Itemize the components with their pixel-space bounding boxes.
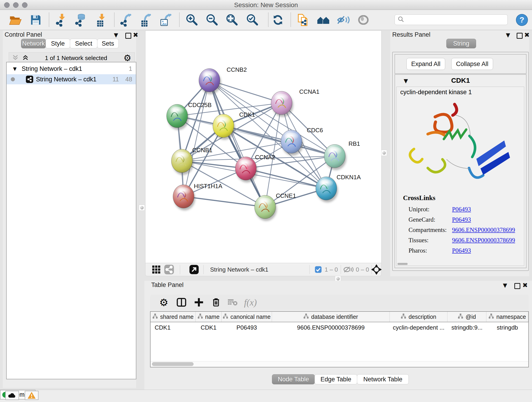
network-node-CCNE1[interactable]: CCNE1	[254, 192, 296, 221]
expand-all-networks-icon[interactable]	[22, 54, 29, 62]
float-panel-icon[interactable]	[125, 33, 131, 39]
zoom-selected-icon[interactable]	[245, 13, 260, 27]
left-splitter-handle[interactable]	[139, 205, 145, 211]
network-node-CCNA2[interactable]: CCNA2	[235, 154, 275, 182]
column-header-canonical-name[interactable]: canonical name	[222, 312, 272, 322]
float-results-icon[interactable]	[517, 33, 523, 39]
close-table-icon[interactable]: ✖	[522, 282, 528, 289]
network-collection-row[interactable]: ▼ String Network – cdk1 1	[7, 64, 136, 74]
tab-string[interactable]: String	[446, 39, 476, 48]
column-label: name	[205, 313, 220, 320]
tree-expander-icon[interactable]: ▼	[13, 66, 17, 71]
collapse-all-networks-icon[interactable]	[12, 54, 19, 62]
column-header-description[interactable]: description	[390, 312, 447, 322]
node-label-CCNA1: CCNA1	[299, 88, 319, 95]
tab-network-table[interactable]: Network Table	[357, 374, 409, 384]
tab-select[interactable]: Select	[70, 39, 97, 48]
collapse-panel-icon[interactable]: ▼	[114, 32, 118, 38]
export-table-icon[interactable]	[139, 13, 153, 27]
tab-sets[interactable]: Sets	[97, 39, 119, 48]
open-session-icon[interactable]	[8, 13, 23, 27]
show-preview-icon[interactable]	[356, 13, 371, 27]
zoom-in-icon[interactable]	[185, 13, 199, 27]
zoom-fit-icon[interactable]	[225, 13, 239, 27]
close-results-icon[interactable]: ✖	[524, 32, 530, 38]
import-table-icon[interactable]	[94, 13, 109, 27]
column-header-shared-name[interactable]: shared name	[151, 312, 196, 322]
crosslinks-title: CrossLinks	[403, 194, 435, 202]
home-icon[interactable]	[316, 13, 331, 27]
collapse-table-icon[interactable]: ▼	[503, 282, 507, 289]
network-node-CCNB1[interactable]: CCNB1	[171, 147, 212, 175]
entry-description: cyclin-dependent kinase 1	[400, 89, 472, 96]
fit-content-crosshair-icon[interactable]	[371, 262, 382, 277]
shared-column-icon	[152, 313, 158, 320]
crosslink-row: GeneCard:P06493	[409, 215, 520, 225]
float-table-icon[interactable]	[514, 283, 520, 289]
import-database-icon[interactable]	[74, 13, 89, 27]
add-column-icon[interactable]	[194, 298, 203, 307]
expand-all-button[interactable]: Expand All	[406, 58, 445, 70]
grid-view-icon[interactable]	[151, 262, 161, 277]
tab-network[interactable]: Network	[21, 39, 46, 48]
column-header-name[interactable]: name	[196, 312, 222, 322]
network-options-gear-icon[interactable]: ⚙	[123, 54, 131, 62]
tab-style[interactable]: Style	[46, 39, 70, 48]
save-session-icon[interactable]	[28, 13, 43, 27]
crosslink-label: Uniprot:	[409, 206, 452, 213]
column-header--id[interactable]: @id	[447, 312, 486, 322]
share-network-icon[interactable]	[164, 262, 174, 277]
column-label: canonical name	[230, 313, 271, 320]
tab-edge-table[interactable]: Edge Table	[315, 374, 357, 384]
cloud-icon	[8, 392, 17, 399]
hide-unhide-icon[interactable]	[336, 13, 351, 27]
shared-column-icon	[303, 313, 309, 320]
selected-checkbox-icon[interactable]	[314, 262, 322, 277]
shared-column-icon	[458, 313, 463, 320]
selected-count: 1 – 0	[325, 266, 338, 273]
column-header-database-identifier[interactable]: database identifier	[272, 312, 390, 322]
warnings-button[interactable]	[25, 391, 38, 400]
control-panel-title: Control Panel	[5, 31, 42, 38]
table-hscrollbar-thumb[interactable]	[152, 362, 194, 366]
column-header-namespace[interactable]: namespace	[486, 312, 528, 322]
export-network-icon[interactable]	[119, 13, 133, 27]
crosslink-link[interactable]: P06493	[452, 247, 471, 254]
toolbar-separator	[114, 13, 114, 27]
crosslink-link[interactable]: 9606.ENSP00000378699	[452, 226, 515, 234]
network-canvas[interactable]: CCNB2CCNA1CDC25BCDK1CDC6RB1CCNB1CCNA2HIS…	[145, 31, 381, 263]
refresh-icon[interactable]	[271, 13, 285, 27]
tab-node-table[interactable]: Node Table	[272, 374, 315, 384]
search-input[interactable]	[394, 14, 508, 25]
collapse-results-icon[interactable]: ▼	[506, 32, 510, 38]
network-node-HIST1H1A[interactable]: HIST1H1A	[173, 183, 222, 211]
zoom-out-icon[interactable]	[205, 13, 220, 27]
network-node-CCNA1[interactable]: CCNA1	[271, 88, 319, 117]
import-network-icon[interactable]	[55, 13, 69, 27]
crosslink-link[interactable]: P06493	[452, 206, 471, 213]
cloud-button[interactable]	[5, 391, 19, 400]
table-hscrollbar[interactable]	[151, 361, 528, 367]
crosslink-link[interactable]: 9606.ENSP00000378699	[452, 237, 515, 244]
crosslink-row: Pharos:P06493	[409, 245, 520, 256]
import-string-icon[interactable]	[296, 13, 310, 27]
network-node-RB1[interactable]: RB1	[324, 140, 360, 170]
collapse-all-button[interactable]: Collapse All	[451, 58, 493, 70]
column-label: namespace	[496, 313, 526, 320]
close-panel-icon[interactable]: ✖	[133, 32, 138, 38]
network-label: String Network – cdk1	[36, 76, 96, 83]
edge-HIST1H1A-CCNE1[interactable]	[184, 196, 265, 207]
table-gear-icon[interactable]: ⚙	[159, 296, 168, 308]
crosslink-link[interactable]: P06493	[452, 216, 471, 223]
birds-eye-view-icon[interactable]	[189, 262, 200, 277]
right-splitter-handle[interactable]	[381, 150, 387, 156]
help-button[interactable]: ?	[515, 13, 529, 27]
network-node-CDKN1A[interactable]: CDKN1A	[316, 174, 361, 202]
table-row[interactable]: CDK1CDK1P064939606.ENSP00000378699cyclin…	[151, 322, 528, 333]
network-row-selected[interactable]: String Network – cdk1 11 48	[7, 74, 136, 84]
results-hscrollbar-thumb[interactable]	[398, 263, 408, 265]
edge-CCNB2-HIST1H1A[interactable]	[184, 80, 209, 196]
show-columns-icon[interactable]	[177, 298, 186, 307]
delete-column-trash-icon[interactable]	[212, 298, 220, 307]
export-image-icon[interactable]	[158, 13, 173, 27]
